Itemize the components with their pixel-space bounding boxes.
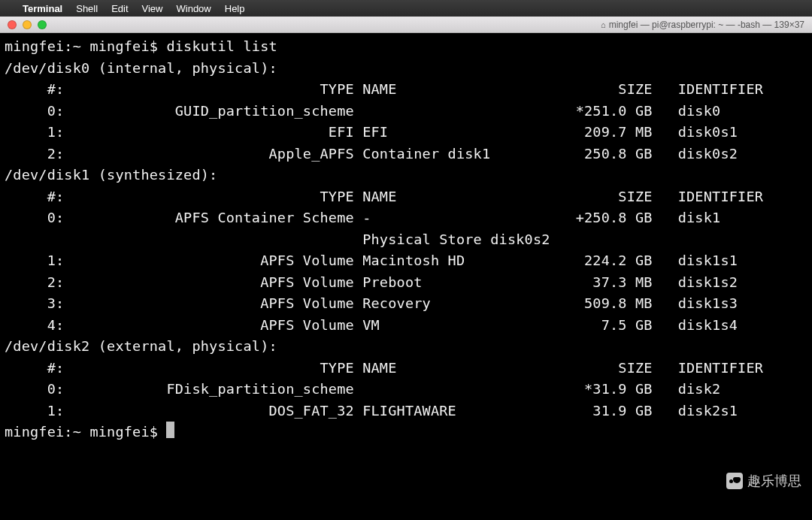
terminal-output-line: #: TYPE NAME SIZE IDENTIFIER — [5, 79, 807, 101]
menubar-item-help[interactable]: Help — [225, 3, 245, 14]
terminal-viewport[interactable]: mingfei:~ mingfei$ diskutil list/dev/dis… — [0, 33, 812, 520]
terminal-output-line: 0: FDisk_partition_scheme *31.9 GB disk2 — [5, 379, 807, 401]
window-titlebar: ⌂ mingfei — pi@raspberrypi: ~ — -bash — … — [0, 17, 812, 33]
minimize-window-button[interactable] — [23, 20, 32, 29]
window-title: ⌂ mingfei — pi@raspberrypi: ~ — -bash — … — [601, 20, 804, 30]
terminal-output-line: /dev/disk0 (internal, physical): — [5, 58, 807, 80]
menubar-item-window[interactable]: Window — [177, 3, 211, 14]
terminal-command-line: mingfei:~ mingfei$ diskutil list — [5, 36, 807, 58]
terminal-output-line: Physical Store disk0s2 — [5, 229, 807, 251]
terminal-output-line: /dev/disk2 (external, physical): — [5, 336, 807, 358]
home-icon: ⌂ — [601, 20, 606, 29]
watermark: 趣乐博思 — [726, 472, 801, 490]
terminal-output-line: /dev/disk1 (synthesized): — [5, 165, 807, 186]
terminal-output-line: #: TYPE NAME SIZE IDENTIFIER — [5, 358, 807, 379]
terminal-output-line: 3: APFS Volume Recovery 509.8 MB disk1s3 — [5, 293, 807, 315]
terminal-cursor — [166, 422, 174, 438]
terminal-output-line: 1: EFI EFI 209.7 MB disk0s1 — [5, 122, 807, 144]
terminal-prompt[interactable]: mingfei:~ mingfei$ — [5, 422, 807, 443]
macos-menubar: Terminal Shell Edit View Window Help — [0, 0, 812, 17]
terminal-output-line: 2: APFS Volume Preboot 37.3 MB disk1s2 — [5, 272, 807, 294]
menubar-item-edit[interactable]: Edit — [111, 3, 128, 14]
terminal-output-line: 0: GUID_partition_scheme *251.0 GB disk0 — [5, 101, 807, 122]
watermark-text: 趣乐博思 — [747, 472, 801, 490]
window-title-text: mingfei — pi@raspberrypi: ~ — -bash — 13… — [609, 20, 804, 30]
terminal-output-line: 1: APFS Volume Macintosh HD 224.2 GB dis… — [5, 250, 807, 272]
terminal-prompt-text: mingfei:~ mingfei$ — [5, 424, 166, 440]
wechat-icon — [726, 473, 743, 489]
menubar-item-view[interactable]: View — [142, 3, 163, 14]
terminal-output-line: 2: Apple_APFS Container disk1 250.8 GB d… — [5, 144, 807, 165]
zoom-window-button[interactable] — [38, 20, 47, 29]
menubar-item-shell[interactable]: Shell — [76, 3, 98, 14]
terminal-output-line: 0: APFS Container Scheme - +250.8 GB dis… — [5, 207, 807, 229]
close-window-button[interactable] — [8, 20, 17, 29]
menubar-app-name[interactable]: Terminal — [23, 3, 62, 14]
terminal-output-line: #: TYPE NAME SIZE IDENTIFIER — [5, 186, 807, 208]
terminal-output-line: 1: DOS_FAT_32 FLIGHTAWARE 31.9 GB disk2s… — [5, 401, 807, 422]
terminal-output-line: 4: APFS Volume VM 7.5 GB disk1s4 — [5, 315, 807, 337]
traffic-lights — [0, 20, 47, 29]
